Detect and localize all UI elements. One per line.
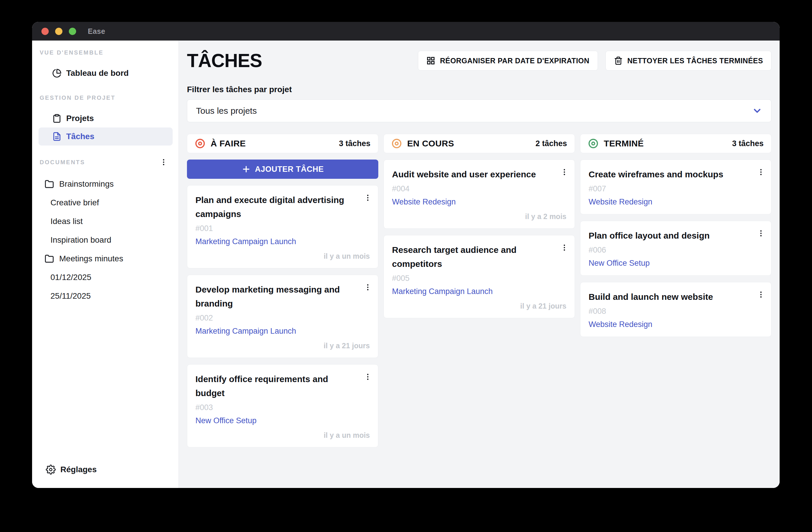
task-title: Develop marketing messaging and branding xyxy=(195,283,370,311)
clear-completed-tasks-button[interactable]: NETTOYER LES TÂCHES TERMINÉES xyxy=(606,51,771,71)
section-overview-label: VUE D'ENSEMBLE xyxy=(40,49,103,56)
doc-item-label: Inspiration board xyxy=(50,235,112,245)
column-in-progress: EN COURS 2 tâches Audit website and user… xyxy=(383,134,575,318)
clipboard-icon xyxy=(52,114,61,123)
column-done-header: TERMINÉ 3 tâches xyxy=(580,134,771,153)
sidebar-item-tasks[interactable]: Tâches xyxy=(39,128,173,146)
column-count: 3 tâches xyxy=(732,139,764,148)
task-timestamp: il y a un mois xyxy=(195,252,370,260)
folder-icon xyxy=(45,254,54,263)
trash-icon xyxy=(614,56,623,65)
task-card[interactable]: Develop marketing messaging and branding… xyxy=(187,275,378,358)
card-menu-icon[interactable] xyxy=(364,283,372,292)
task-title: Research target audience and competitors xyxy=(392,243,566,271)
window-title: Ease xyxy=(88,27,105,35)
task-card[interactable]: Research target audience and competitors… xyxy=(383,235,575,318)
sidebar-section-project-management: GESTION DE PROJET xyxy=(32,95,178,101)
sidebar-section-overview: VUE D'ENSEMBLE xyxy=(32,49,178,56)
task-card[interactable]: Build and launch new website #008 Websit… xyxy=(580,282,771,337)
close-window-button[interactable] xyxy=(41,28,49,35)
task-project-link[interactable]: New Office Setup xyxy=(195,416,257,425)
card-menu-icon[interactable] xyxy=(757,229,765,238)
sidebar-item-label: Projets xyxy=(66,114,94,123)
card-menu-icon[interactable] xyxy=(757,290,765,299)
task-card[interactable]: Identify office requirements and budget … xyxy=(187,364,378,447)
doc-item-inspiration-board[interactable]: Inspiration board xyxy=(32,231,178,249)
section-project-management-label: GESTION DE PROJET xyxy=(40,95,116,101)
app-window: Ease VUE D'ENSEMBLE Tableau de bord GEST… xyxy=(32,22,780,488)
doc-item-meeting-01-12-2025[interactable]: 01/12/2025 xyxy=(32,268,178,287)
reorganize-button-label: RÉORGANISER PAR DATE D'EXPIRATION xyxy=(440,57,589,65)
doc-item-label: Creative brief xyxy=(50,198,99,207)
doc-item-meeting-25-11-2025[interactable]: 25/11/2025 xyxy=(32,287,178,305)
sidebar-section-documents: DOCUMENTS xyxy=(32,158,178,167)
filter-label: Filtrer les tâches par projet xyxy=(187,85,771,94)
task-card[interactable]: Plan office layout and design #006 New O… xyxy=(580,221,771,276)
target-icon xyxy=(588,138,598,149)
doc-item-label: 01/12/2025 xyxy=(50,273,91,282)
task-project-link[interactable]: Marketing Campaign Launch xyxy=(195,237,296,246)
titlebar: Ease xyxy=(32,22,780,41)
reorganize-by-due-date-button[interactable]: RÉORGANISER PAR DATE D'EXPIRATION xyxy=(418,51,598,71)
task-project-link[interactable]: Marketing Campaign Launch xyxy=(392,287,493,296)
sidebar-item-label: Tableau de bord xyxy=(66,69,129,78)
project-filter-select[interactable]: Tous les projets xyxy=(187,99,771,122)
task-project-link[interactable]: Website Redesign xyxy=(589,320,652,329)
column-in-progress-header: EN COURS 2 tâches xyxy=(383,134,575,153)
card-menu-icon[interactable] xyxy=(561,168,568,177)
task-id: #005 xyxy=(392,274,566,283)
task-timestamp: il y a 21 jours xyxy=(195,342,370,350)
column-label: TERMINÉ xyxy=(604,139,727,148)
task-title: Audit website and user experience xyxy=(392,168,566,182)
task-title: Identify office requirements and budget xyxy=(195,372,370,400)
task-card[interactable]: Plan and execute digital advertising cam… xyxy=(187,185,378,268)
sidebar-item-settings[interactable]: Réglages xyxy=(32,465,178,488)
doc-item-creative-brief[interactable]: Creative brief xyxy=(32,193,178,212)
window-controls xyxy=(41,28,76,35)
doc-folder-brainstormings[interactable]: Brainstormings xyxy=(32,175,178,193)
task-project-link[interactable]: Website Redesign xyxy=(392,198,456,206)
doc-folder-label: Brainstormings xyxy=(59,179,114,189)
card-menu-icon[interactable] xyxy=(561,243,568,252)
task-id: #002 xyxy=(195,314,370,322)
chevron-down-icon xyxy=(752,105,763,116)
section-documents-label: DOCUMENTS xyxy=(40,159,85,166)
card-menu-icon[interactable] xyxy=(757,168,765,177)
task-project-link[interactable]: Website Redesign xyxy=(589,198,652,206)
task-timestamp: il y a 21 jours xyxy=(392,302,566,310)
grid-icon xyxy=(426,56,435,65)
clear-button-label: NETTOYER LES TÂCHES TERMINÉES xyxy=(627,57,763,65)
doc-item-ideas-list[interactable]: Ideas list xyxy=(32,212,178,231)
task-title: Plan and execute digital advertising cam… xyxy=(195,193,370,221)
doc-folder-meetings-minutes[interactable]: Meetings minutes xyxy=(32,249,178,268)
column-label: EN COURS xyxy=(407,139,530,148)
task-card[interactable]: Audit website and user experience #004 W… xyxy=(383,160,575,229)
card-menu-icon[interactable] xyxy=(364,372,372,382)
file-text-icon xyxy=(52,132,61,141)
card-menu-icon[interactable] xyxy=(364,193,372,202)
task-card[interactable]: Create wireframes and mockups #007 Websi… xyxy=(580,160,771,214)
task-title: Plan office layout and design xyxy=(589,229,763,243)
doc-folder-label: Meetings minutes xyxy=(59,254,123,263)
project-filter-value: Tous les projets xyxy=(196,106,257,116)
doc-item-label: Ideas list xyxy=(50,217,83,226)
task-title: Build and launch new website xyxy=(589,290,763,304)
add-task-button[interactable]: AJOUTER TÂCHE xyxy=(187,160,378,179)
task-project-link[interactable]: New Office Setup xyxy=(589,259,650,268)
minimize-window-button[interactable] xyxy=(55,28,62,35)
task-id: #001 xyxy=(195,224,370,233)
pie-chart-icon xyxy=(52,69,61,78)
documents-menu-icon[interactable] xyxy=(160,158,168,167)
zoom-window-button[interactable] xyxy=(69,28,76,35)
gear-icon xyxy=(46,465,56,475)
task-project-link[interactable]: Marketing Campaign Launch xyxy=(195,327,296,336)
task-id: #008 xyxy=(589,307,763,316)
sidebar: VUE D'ENSEMBLE Tableau de bord GESTION D… xyxy=(32,41,179,488)
sidebar-item-dashboard[interactable]: Tableau de bord xyxy=(39,64,173,82)
column-todo-header: À FAIRE 3 tâches xyxy=(187,134,378,153)
kanban-board: À FAIRE 3 tâches AJOUTER TÂCHE Plan and … xyxy=(187,134,771,447)
target-icon xyxy=(391,138,402,149)
sidebar-item-label: Tâches xyxy=(66,132,95,141)
page-title: TÂCHES xyxy=(187,50,262,71)
sidebar-item-projects[interactable]: Projets xyxy=(39,110,173,128)
